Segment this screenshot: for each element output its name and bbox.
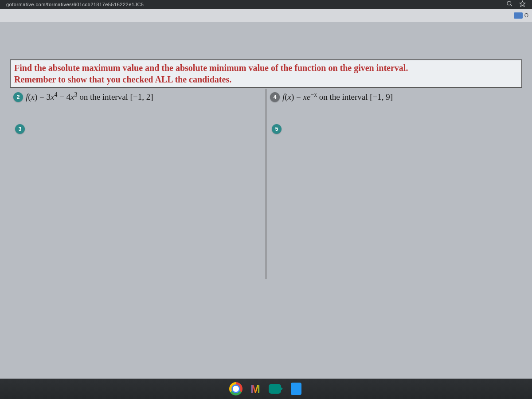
problem-4: 4 f(x) = xe−x on the interval [−1, 9] bbox=[270, 91, 519, 102]
meet-icon[interactable] bbox=[268, 382, 282, 395]
badge-5[interactable]: 5 bbox=[272, 124, 282, 134]
svg-line-1 bbox=[510, 4, 512, 6]
address-url: goformative.com/formatives/601ccb21817e5… bbox=[6, 2, 144, 7]
files-icon[interactable] bbox=[289, 382, 303, 395]
svg-marker-2 bbox=[520, 1, 525, 7]
browser-toolbar-icons bbox=[506, 0, 526, 8]
problem-4-formula: f(x) = xe−x on the interval [−1, 9] bbox=[282, 91, 393, 102]
os-taskbar: M bbox=[0, 379, 532, 399]
instruction-line-1: Find the absolute maximum value and the … bbox=[14, 62, 518, 74]
instruction-box: Find the absolute maximum value and the … bbox=[10, 59, 522, 88]
problem-5: 5 bbox=[270, 123, 519, 134]
problem-2-formula: f(x) = 3x4 − 4x3 on the interval [−1, 2] bbox=[26, 91, 153, 102]
bookmarks-bar: O bbox=[0, 9, 532, 22]
column-left: 2 f(x) = 3x4 − 4x3 on the interval [−1, … bbox=[10, 89, 266, 279]
folder-label: O bbox=[524, 12, 528, 19]
chrome-icon[interactable] bbox=[229, 382, 243, 395]
browser-address-bar: goformative.com/formatives/601ccb21817e5… bbox=[0, 0, 532, 9]
page-content: Find the absolute maximum value and the … bbox=[0, 22, 532, 279]
problem-2: 2 f(x) = 3x4 − 4x3 on the interval [−1, … bbox=[13, 91, 262, 102]
instruction-line-2: Remember to show that you checked ALL th… bbox=[14, 74, 518, 85]
badge-3[interactable]: 3 bbox=[15, 124, 25, 134]
gmail-icon[interactable]: M bbox=[250, 382, 260, 396]
search-icon[interactable] bbox=[506, 0, 513, 8]
star-icon[interactable] bbox=[519, 0, 526, 8]
column-right: 4 f(x) = xe−x on the interval [−1, 9] 5 bbox=[266, 89, 522, 279]
folder-icon[interactable] bbox=[514, 12, 523, 19]
badge-4[interactable]: 4 bbox=[270, 92, 280, 102]
svg-point-0 bbox=[507, 1, 511, 5]
problem-3: 3 bbox=[13, 123, 262, 134]
problems-grid: 2 f(x) = 3x4 − 4x3 on the interval [−1, … bbox=[10, 89, 522, 279]
badge-2[interactable]: 2 bbox=[13, 92, 23, 102]
